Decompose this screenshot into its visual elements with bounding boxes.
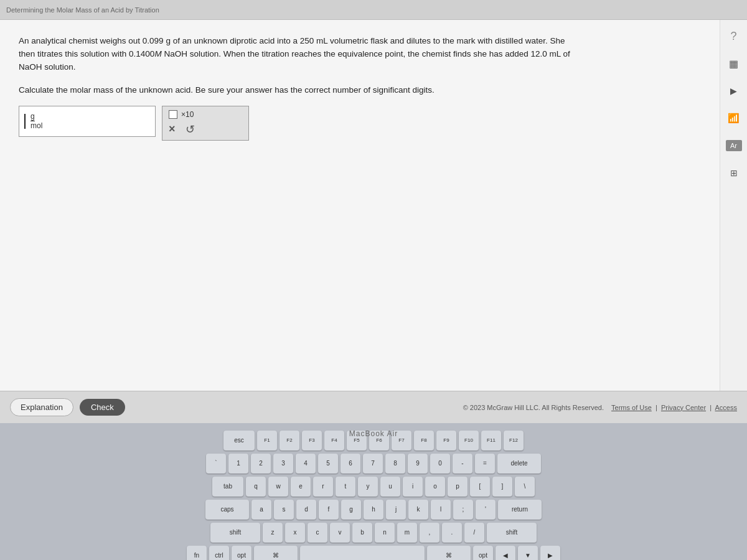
key-f12[interactable]: F12 — [504, 431, 524, 450]
key-6[interactable]: 6 — [341, 454, 360, 474]
key-l[interactable]: l — [431, 500, 451, 520]
sci-notation-top: ×10 — [169, 110, 242, 119]
keyboard: esc F1 F2 F3 F4 F5 F6 F7 F8 F9 F10 F11 F… — [187, 431, 560, 561]
key-rbracket[interactable]: ] — [492, 477, 512, 497]
sci-notation-box: ×10 × ↺ — [162, 106, 249, 141]
key-semicolon[interactable]: ; — [453, 500, 473, 520]
key-period[interactable]: . — [442, 523, 462, 543]
chart-icon[interactable]: 📶 — [724, 108, 744, 128]
key-rshift[interactable]: shift — [487, 523, 537, 543]
undo-button[interactable]: ↺ — [186, 123, 195, 136]
privacy-center-link[interactable]: Privacy Center — [661, 404, 706, 411]
key-return[interactable]: return — [498, 500, 542, 520]
x-button[interactable]: × — [169, 123, 176, 136]
key-a[interactable]: a — [251, 500, 271, 520]
calculator-icon[interactable]: ▦ — [724, 54, 744, 73]
grid-icon[interactable]: ⊞ — [724, 163, 744, 183]
key-0[interactable]: 0 — [430, 454, 450, 474]
key-f2[interactable]: F2 — [280, 431, 299, 450]
key-rcmd[interactable]: ⌘ — [427, 546, 471, 561]
sci-checkbox[interactable] — [169, 110, 177, 119]
key-left[interactable]: ◀ — [496, 546, 515, 561]
key-tab[interactable]: tab — [212, 477, 243, 497]
ar-icon[interactable]: Ar — [724, 136, 744, 156]
key-u[interactable]: u — [380, 477, 400, 497]
key-k[interactable]: k — [408, 500, 428, 520]
top-bar-title: Determining the Molar Mass of an Acid by… — [6, 6, 159, 14]
play-icon[interactable]: ▶ — [724, 81, 744, 101]
key-f11[interactable]: F11 — [481, 431, 501, 450]
key-c[interactable]: c — [308, 523, 327, 543]
key-caps[interactable]: caps — [205, 500, 249, 520]
check-button[interactable]: Check — [80, 399, 125, 416]
terms-of-use-link[interactable]: Terms of Use — [611, 404, 652, 411]
key-h[interactable]: h — [364, 500, 383, 520]
key-s[interactable]: s — [274, 500, 294, 520]
key-f8[interactable]: F8 — [414, 431, 434, 450]
key-d[interactable]: d — [296, 500, 316, 520]
key-f10[interactable]: F10 — [459, 431, 479, 450]
key-t[interactable]: t — [336, 477, 355, 497]
key-5[interactable]: 5 — [318, 454, 338, 474]
key-4[interactable]: 4 — [296, 454, 316, 474]
question-mark-icon[interactable]: ? — [724, 26, 744, 46]
key-f1[interactable]: F1 — [257, 431, 277, 450]
copyright-section: © 2023 McGraw Hill LLC. All Rights Reser… — [463, 404, 737, 411]
x10-label: ×10 — [181, 110, 194, 119]
key-equals[interactable]: = — [475, 454, 495, 474]
key-g[interactable]: g — [341, 500, 361, 520]
key-n[interactable]: n — [375, 523, 395, 543]
key-o[interactable]: o — [425, 477, 445, 497]
key-ropt[interactable]: opt — [473, 546, 493, 561]
key-j[interactable]: j — [386, 500, 406, 520]
key-y[interactable]: y — [358, 477, 378, 497]
key-f3[interactable]: F3 — [302, 431, 322, 450]
unit-g: g — [31, 112, 35, 121]
key-space[interactable] — [300, 546, 425, 561]
key-comma[interactable]: , — [420, 523, 439, 543]
key-8[interactable]: 8 — [385, 454, 405, 474]
key-x[interactable]: x — [285, 523, 305, 543]
key-ctrl[interactable]: ctrl — [209, 546, 229, 561]
key-delete[interactable]: delete — [497, 454, 541, 474]
key-fn[interactable]: fn — [187, 546, 207, 561]
key-f4[interactable]: F4 — [324, 431, 344, 450]
key-right[interactable]: ▶ — [540, 546, 560, 561]
key-w[interactable]: w — [268, 477, 288, 497]
key-backslash[interactable]: \ — [515, 477, 535, 497]
key-z[interactable]: z — [263, 523, 283, 543]
key-e[interactable]: e — [291, 477, 311, 497]
key-slash[interactable]: / — [464, 523, 484, 543]
main-content: An analytical chemist weighs out 0.099 g… — [0, 20, 720, 391]
key-v[interactable]: v — [330, 523, 350, 543]
key-lbracket[interactable]: [ — [470, 477, 490, 497]
calculate-prompt: Calculate the molar mass of the unknown … — [19, 85, 701, 95]
key-i[interactable]: i — [403, 477, 423, 497]
key-2[interactable]: 2 — [251, 454, 271, 474]
key-minus[interactable]: - — [453, 454, 472, 474]
key-m[interactable]: m — [397, 523, 417, 543]
key-f9[interactable]: F9 — [436, 431, 456, 450]
explanation-button[interactable]: Explanation — [10, 398, 73, 416]
access-link[interactable]: Access — [715, 404, 737, 411]
zxcv-row: shift z x c v b n m , . / shift — [187, 523, 560, 543]
key-r[interactable]: r — [313, 477, 333, 497]
key-opt[interactable]: opt — [232, 546, 251, 561]
key-f[interactable]: f — [319, 500, 339, 520]
key-1[interactable]: 1 — [228, 454, 248, 474]
key-quote[interactable]: ' — [476, 500, 496, 520]
unit-mol: mol — [31, 121, 42, 130]
top-bar: Determining the Molar Mass of an Acid by… — [0, 0, 747, 20]
key-9[interactable]: 9 — [408, 454, 428, 474]
key-3[interactable]: 3 — [273, 454, 293, 474]
key-backtick[interactable]: ` — [206, 454, 226, 474]
key-down[interactable]: ▼ — [518, 546, 538, 561]
key-p[interactable]: p — [448, 477, 467, 497]
key-lshift[interactable]: shift — [210, 523, 260, 543]
key-lcmd[interactable]: ⌘ — [254, 546, 298, 561]
key-7[interactable]: 7 — [363, 454, 383, 474]
answer-input-box[interactable]: g mol — [19, 106, 156, 137]
key-q[interactable]: q — [246, 477, 266, 497]
key-b[interactable]: b — [352, 523, 372, 543]
key-esc[interactable]: esc — [223, 431, 255, 450]
